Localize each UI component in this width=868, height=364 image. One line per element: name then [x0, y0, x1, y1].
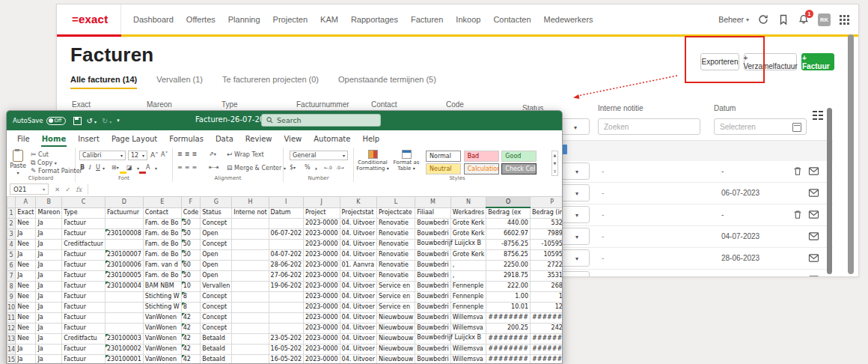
- cell-A11[interactable]: Nee: [16, 312, 36, 323]
- cell-L5[interactable]: Renovatie: [376, 249, 415, 260]
- cell-H5[interactable]: [232, 249, 269, 260]
- cell-D14[interactable]: 230100002: [105, 344, 143, 354]
- cell-G6[interactable]: Open: [201, 260, 232, 270]
- cell-H11[interactable]: [232, 312, 269, 323]
- cell-A5[interactable]: Ja: [16, 249, 36, 260]
- cell-P6[interactable]: 2722.50: [530, 260, 562, 270]
- cell-P13[interactable]: ########: [530, 333, 562, 344]
- cell-H6[interactable]: [232, 260, 269, 270]
- font-color-caret[interactable]: ▾: [155, 166, 157, 171]
- cell-P2[interactable]: 532.40: [530, 218, 562, 228]
- cell-B7[interactable]: Ja: [36, 270, 62, 281]
- cell-L6[interactable]: Renovatie: [376, 260, 415, 270]
- cell-G7[interactable]: Open: [201, 270, 232, 281]
- cell-H3[interactable]: [232, 228, 269, 239]
- column-header-datum[interactable]: Datum: [714, 104, 736, 112]
- cell-G2[interactable]: Concept: [201, 218, 232, 228]
- cell-F14[interactable]: 42: [181, 344, 200, 354]
- ribbon-tab-view[interactable]: View: [278, 132, 308, 146]
- sheet-column-header-i[interactable]: I: [269, 197, 303, 208]
- fill-color-button[interactable]: ◪: [126, 164, 132, 171]
- cell-K5[interactable]: 04. Uitvoer: [340, 249, 376, 260]
- cell-M3[interactable]: Bouwbedri: [415, 228, 451, 239]
- cell-L4[interactable]: Renovatie: [376, 239, 415, 249]
- cell-N5[interactable]: Grote Kerk: [450, 249, 486, 260]
- cell-style-neutral[interactable]: Neutral: [426, 163, 461, 175]
- enter-icon[interactable]: ✓: [65, 186, 70, 193]
- cell-E4[interactable]: Fam. de Bo: [143, 239, 181, 249]
- cell-B2[interactable]: Ja: [36, 218, 62, 228]
- cell-F15[interactable]: 42: [181, 354, 200, 363]
- cell-J11[interactable]: 2023-0000: [303, 312, 340, 323]
- cell-P11[interactable]: ########: [530, 312, 562, 323]
- ribbon-tab-review[interactable]: Review: [239, 132, 278, 146]
- cell-P4[interactable]: -10595.06: [530, 239, 562, 249]
- sheet-row-header-9[interactable]: 9: [7, 291, 16, 302]
- cell-N2[interactable]: Grote Kerk: [450, 218, 486, 228]
- cell-style-good[interactable]: Good: [501, 151, 537, 162]
- ribbon-tab-file[interactable]: File: [11, 132, 36, 146]
- percent-format-button[interactable]: %: [305, 164, 311, 171]
- cell-N12[interactable]: Willemsva: [450, 323, 486, 333]
- mail-icon[interactable]: [808, 231, 819, 244]
- sheet-column-header-e[interactable]: E: [143, 197, 181, 208]
- cell-B9[interactable]: Ja: [36, 291, 62, 302]
- cell-C14[interactable]: Factuur: [62, 344, 106, 354]
- cell-L13[interactable]: Nieuwbouw: [376, 333, 415, 344]
- cell-G10[interactable]: Concept: [201, 302, 232, 312]
- cell-K2[interactable]: 04. Uitvoer: [340, 218, 376, 228]
- cell-I12[interactable]: [269, 323, 303, 333]
- sheet-row-header-12[interactable]: 12: [7, 323, 16, 333]
- format-as-table-button[interactable]: Format asTable ▾: [391, 150, 421, 172]
- cell-M9[interactable]: Bouwbedri: [415, 291, 451, 302]
- cell-I14[interactable]: 16-05-202: [269, 344, 303, 354]
- sheet-column-header-k[interactable]: K: [340, 197, 376, 208]
- nav-item-planning[interactable]: Planning: [228, 15, 260, 24]
- refresh-icon[interactable]: [757, 13, 769, 25]
- column-header-mareon[interactable]: Mareon: [147, 100, 172, 109]
- cell-E6[interactable]: Fam. van d: [143, 260, 181, 270]
- cell-E12[interactable]: VanWonen: [143, 323, 181, 333]
- cell-M13[interactable]: Bouwbedrijf Luijckx B: [415, 333, 451, 344]
- cell-D11[interactable]: [105, 312, 143, 323]
- cell-H10[interactable]: [232, 302, 269, 312]
- cell-A2[interactable]: Nee: [16, 218, 36, 228]
- avatar[interactable]: RK: [818, 13, 831, 26]
- cell-H2[interactable]: [232, 218, 269, 228]
- cell-A3[interactable]: Ja: [16, 228, 36, 239]
- cell-B15[interactable]: Ja: [36, 354, 62, 363]
- cell-E13[interactable]: VanWonen: [143, 333, 181, 344]
- sheet-row-header-2[interactable]: 2: [7, 218, 16, 228]
- cell-M15[interactable]: Bouwbedri: [415, 354, 451, 363]
- conditional-formatting-button[interactable]: ConditionalFormatting ▾: [355, 150, 390, 172]
- cell-G14[interactable]: Betaald: [201, 344, 232, 354]
- cell-G1[interactable]: Status: [201, 207, 232, 218]
- cell-O9[interactable]: 1.00: [486, 291, 531, 302]
- datum-filter-input[interactable]: Selecteren: [714, 118, 807, 135]
- grow-font-button[interactable]: A˄: [150, 151, 159, 159]
- cell-D5[interactable]: 230100007: [105, 249, 143, 260]
- cell-O11[interactable]: ########: [486, 312, 531, 323]
- cell-F10[interactable]: 8: [181, 302, 200, 312]
- cell-D6[interactable]: 230100006: [105, 260, 143, 270]
- cell-F7[interactable]: 50: [181, 270, 200, 281]
- cell-B6[interactable]: Ja: [36, 260, 62, 270]
- cell-A1[interactable]: Exact: [16, 207, 36, 218]
- bookmark-icon[interactable]: [777, 13, 789, 25]
- cell-J8[interactable]: 2023-0000: [303, 281, 340, 291]
- font-name-select[interactable]: Calibri▾: [79, 151, 126, 160]
- cell-P1[interactable]: Bedrag (in: [530, 207, 562, 218]
- cell-L12[interactable]: Nieuwbouw: [376, 323, 415, 333]
- cell-E7[interactable]: Fam. de Bo: [143, 270, 181, 281]
- column-header-factuurnummer[interactable]: Factuurnummer: [296, 100, 349, 109]
- tab-vervallen-1-[interactable]: Vervallen (1): [156, 75, 203, 89]
- nav-item-kam[interactable]: KAM: [320, 15, 338, 24]
- cell-A12[interactable]: Nee: [16, 323, 36, 333]
- interne-notitie-filter-input[interactable]: Zoeken: [598, 118, 700, 135]
- cell-C1[interactable]: Type: [62, 207, 106, 218]
- font-color-button[interactable]: A: [146, 164, 150, 171]
- cell-J12[interactable]: 2023-0000: [303, 323, 340, 333]
- sheet-row-header-10[interactable]: 10: [7, 302, 16, 312]
- cell-K10[interactable]: 04. Uitvoer: [340, 302, 376, 312]
- copy-button[interactable]: ⧉ Copy ▾: [31, 159, 57, 167]
